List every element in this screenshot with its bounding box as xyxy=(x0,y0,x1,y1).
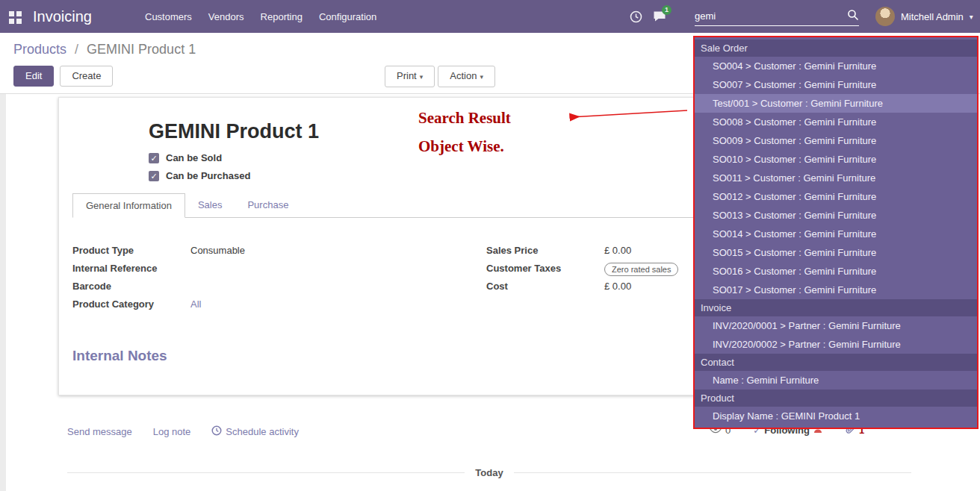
annotation-text: Search Result Object Wise. xyxy=(418,109,511,156)
breadcrumb-products-link[interactable]: Products xyxy=(13,42,66,57)
app-title[interactable]: Invoicing xyxy=(33,0,92,33)
schedule-activity-link[interactable]: Schedule activity xyxy=(211,425,299,438)
log-note-link[interactable]: Log note xyxy=(153,426,191,437)
field-row: Product TypeConsumable xyxy=(72,245,486,259)
user-name: Mitchell Admin xyxy=(901,11,964,22)
search-result-item[interactable]: SO011 > Customer : Gemini Furniture xyxy=(695,169,977,187)
search-results-dropdown: Sale OrderSO004 > Customer : Gemini Furn… xyxy=(693,36,979,429)
annotation-line2: Object Wise. xyxy=(418,137,511,156)
caret-down-icon: ▾ xyxy=(420,73,424,81)
messages-badge: 1 xyxy=(662,5,672,15)
user-menu[interactable]: Mitchell Admin ▾ xyxy=(875,0,973,33)
sheet-background-strip xyxy=(0,94,6,491)
search-result-item[interactable]: SO012 > Customer : Gemini Furniture xyxy=(695,187,977,206)
annotation-arrow xyxy=(562,107,692,125)
screen: Invoicing CustomersVendorsReportingConfi… xyxy=(0,0,980,491)
search-result-item[interactable]: SO010 > Customer : Gemini Furniture xyxy=(695,150,977,169)
field-value[interactable]: All xyxy=(190,298,201,310)
fields-left-column: Product TypeConsumableInternal Reference… xyxy=(72,245,486,316)
breadcrumb-separator: / xyxy=(75,42,78,57)
action-buttons: Print▾ Action▾ xyxy=(385,66,495,87)
avatar xyxy=(875,7,895,26)
tab-sales[interactable]: Sales xyxy=(185,193,235,217)
chatter-actions: Send message Log note Schedule activity xyxy=(67,425,299,438)
field-label: Product Category xyxy=(72,298,190,310)
breadcrumb: Products / GEMINI Product 1 xyxy=(13,42,196,57)
search-result-item[interactable]: Test/001 > Customer : Gemini Furniture xyxy=(695,94,977,113)
action-button[interactable]: Action▾ xyxy=(438,66,495,87)
search-result-item[interactable]: SO009 > Customer : Gemini Furniture xyxy=(695,131,977,150)
create-button[interactable]: Create xyxy=(60,66,113,87)
messages-icon[interactable]: 1 xyxy=(653,0,666,33)
send-message-link[interactable]: Send message xyxy=(67,426,132,437)
print-button[interactable]: Print▾ xyxy=(385,66,435,87)
field-label: Sales Price xyxy=(486,245,604,256)
global-search-input[interactable]: gemi xyxy=(695,7,859,26)
today-label: Today xyxy=(475,467,503,478)
field-value: Zero rated sales xyxy=(604,263,678,276)
field-value: £ 0.00 xyxy=(604,245,631,256)
search-result-item[interactable]: Display Name : GEMINI Product 1 xyxy=(695,407,977,425)
search-result-item[interactable]: Name : Gemini Furniture xyxy=(695,371,977,390)
breadcrumb-current: GEMINI Product 1 xyxy=(87,42,196,57)
search-result-item[interactable]: INV/2020/0001 > Partner : Gemini Furnitu… xyxy=(695,316,977,335)
search-result-item[interactable]: SO007 > Customer : Gemini Furniture xyxy=(695,75,977,94)
tab-general-information[interactable]: General Information xyxy=(72,193,185,218)
apps-menu-icon[interactable] xyxy=(9,11,22,24)
field-value: Consumable xyxy=(190,245,245,256)
search-group-header: Contact xyxy=(695,354,977,371)
search-result-item[interactable]: SO008 > Customer : Gemini Furniture xyxy=(695,113,977,131)
tax-tag: Zero rated sales xyxy=(604,263,678,276)
clock-icon xyxy=(211,425,222,438)
search-input-value[interactable]: gemi xyxy=(695,10,716,22)
activities-clock-icon[interactable] xyxy=(630,0,642,33)
search-icon[interactable] xyxy=(847,9,859,24)
field-label: Product Type xyxy=(72,245,190,256)
action-label: Action xyxy=(450,70,477,81)
search-result-item[interactable]: SO013 > Customer : Gemini Furniture xyxy=(695,206,977,225)
checkbox-label: Can be Sold xyxy=(166,152,222,163)
field-value: £ 0.00 xyxy=(604,281,631,292)
menu-reporting[interactable]: Reporting xyxy=(261,11,303,22)
caret-down-icon: ▾ xyxy=(480,73,483,81)
checkbox-label: Can be Purchased xyxy=(166,170,250,181)
field-row: Internal Reference xyxy=(72,263,486,277)
menu-customers[interactable]: Customers xyxy=(145,11,192,22)
search-result-item[interactable]: INV/2020/0002 > Partner : Gemini Furnitu… xyxy=(695,335,977,354)
search-result-item[interactable]: SO017 > Customer : Gemini Furniture xyxy=(695,281,977,299)
menu-configuration[interactable]: Configuration xyxy=(319,11,376,22)
search-result-item[interactable]: SO016 > Customer : Gemini Furniture xyxy=(695,262,977,281)
field-label: Barcode xyxy=(72,281,190,292)
menu-vendors[interactable]: Vendors xyxy=(208,11,244,22)
field-label: Cost xyxy=(486,281,604,292)
search-result-item[interactable]: SO015 > Customer : Gemini Furniture xyxy=(695,243,977,262)
form-buttons: Edit Create xyxy=(13,66,113,87)
search-group-header: Sale Order xyxy=(695,40,977,57)
field-row: Barcode xyxy=(72,281,486,295)
search-result-item[interactable]: SO014 > Customer : Gemini Furniture xyxy=(695,225,977,243)
chevron-down-icon: ▾ xyxy=(970,13,973,21)
tab-purchase[interactable]: Purchase xyxy=(235,193,301,217)
edit-button[interactable]: Edit xyxy=(13,66,54,87)
topbar-menu: CustomersVendorsReportingConfiguration xyxy=(145,0,376,33)
field-row: Product CategoryAll xyxy=(72,298,486,313)
field-label: Internal Reference xyxy=(72,263,190,274)
checkbox-checked-icon: ✓ xyxy=(149,153,159,163)
annotation-line1: Search Result xyxy=(418,109,511,128)
schedule-activity-label: Schedule activity xyxy=(226,426,299,437)
search-result-item[interactable]: SO004 > Customer : Gemini Furniture xyxy=(695,57,977,75)
today-divider: Today xyxy=(67,467,911,478)
print-label: Print xyxy=(397,70,417,81)
search-group-header: Product xyxy=(695,390,977,407)
topbar: Invoicing CustomersVendorsReportingConfi… xyxy=(0,0,980,33)
search-group-header: Invoice xyxy=(695,299,977,316)
field-label: Customer Taxes xyxy=(486,263,604,274)
checkbox-checked-icon: ✓ xyxy=(149,171,159,181)
